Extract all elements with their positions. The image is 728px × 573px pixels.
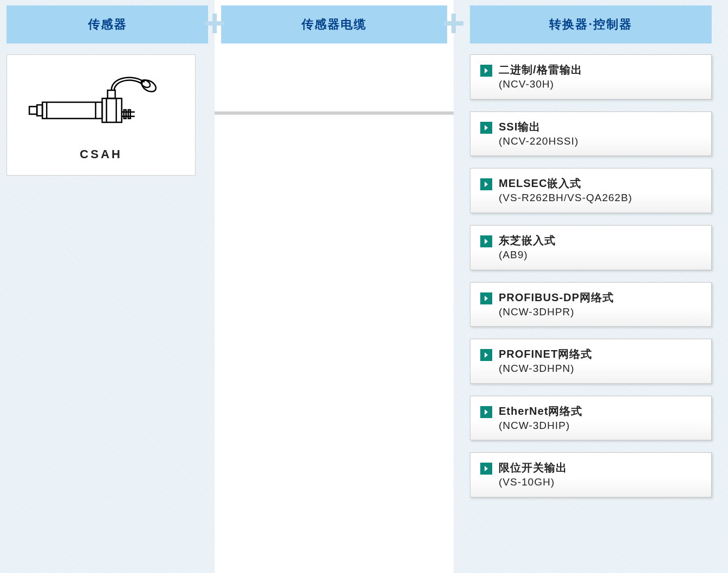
svg-rect-1 [37,105,42,116]
option-subtitle: (NCV-30H) [499,77,582,91]
controller-option[interactable]: EtherNet网络式(NCW-3DHIP) [470,396,712,441]
controller-option[interactable]: PROFIBUS-DP网络式(NCW-3DHPR) [470,282,712,327]
sensor-card: CSAH [7,54,196,176]
plus-icon [444,14,463,33]
option-text: PROFINET网络式(NCW-3DHPN) [499,347,592,376]
divider-line [215,111,454,115]
option-subtitle: (NCW-3DHIP) [499,419,582,433]
arrow-right-icon [480,122,492,134]
svg-rect-14 [128,110,130,119]
svg-rect-13 [124,110,126,119]
plus-icon [205,14,224,33]
option-subtitle: (NCW-3DHPR) [499,305,614,319]
arrow-right-icon [480,235,492,247]
option-title: MELSEC嵌入式 [499,176,632,191]
sensor-label: CSAH [15,147,187,161]
arrow-right-icon [480,292,492,304]
controller-option[interactable]: 限位开关输出(VS-10GH) [470,452,712,497]
option-subtitle: (VS-R262BH/VS-QA262B) [499,191,632,205]
arrow-right-icon [480,406,492,418]
option-title: PROFIBUS-DP网络式 [499,290,614,305]
option-subtitle: (AB9) [499,248,556,262]
svg-rect-5 [102,98,122,122]
svg-rect-2 [42,102,102,119]
controller-option[interactable]: 二进制/格雷输出(NCV-30H) [470,54,712,99]
arrow-right-icon [480,178,492,190]
controller-option[interactable]: 东芝嵌入式(AB9) [470,225,712,270]
controller-option[interactable]: PROFINET网络式(NCW-3DHPN) [470,339,712,384]
arrow-right-icon [480,65,492,77]
option-title: 二进制/格雷输出 [499,63,582,77]
cable-column: 传感器电缆 [215,0,454,573]
controller-column: 转换器·控制器 二进制/格雷输出(NCV-30H)SSI输出(NCV-220HS… [454,0,728,573]
sensor-column: 传感器 [0,0,215,573]
option-text: SSI输出(NCV-220HSSI) [499,120,579,148]
arrow-right-icon [480,463,492,475]
controller-header: 转换器·控制器 [470,5,712,43]
controller-option-list: 二进制/格雷输出(NCV-30H)SSI输出(NCV-220HSSI)MELSE… [470,54,712,497]
option-subtitle: (NCV-220HSSI) [499,134,579,148]
option-title: EtherNet网络式 [499,404,582,419]
option-title: SSI输出 [499,120,579,134]
option-text: PROFIBUS-DP网络式(NCW-3DHPR) [499,290,614,319]
controller-option[interactable]: SSI输出(NCV-220HSSI) [470,111,712,157]
sensor-header: 传感器 [7,5,208,43]
sensor-diagram-icon [25,68,177,139]
controller-option[interactable]: MELSEC嵌入式(VS-R262BH/VS-QA262B) [470,168,712,213]
option-text: 二进制/格雷输出(NCV-30H) [499,63,582,91]
layout-container: 传感器 [0,0,728,573]
option-text: EtherNet网络式(NCW-3DHIP) [499,404,582,433]
cable-header: 传感器电缆 [221,5,447,43]
option-text: 限位开关输出(VS-10GH) [499,460,567,489]
option-subtitle: (VS-10GH) [499,475,567,489]
option-title: 限位开关输出 [499,460,567,475]
svg-rect-8 [108,90,115,98]
option-subtitle: (NCW-3DHPN) [499,362,592,376]
option-title: 东芝嵌入式 [499,233,556,248]
option-text: 东芝嵌入式(AB9) [499,233,556,262]
arrow-right-icon [480,349,492,361]
sensor-image [15,66,187,142]
svg-rect-0 [29,107,37,114]
option-text: MELSEC嵌入式(VS-R262BH/VS-QA262B) [499,176,632,205]
option-title: PROFINET网络式 [499,347,592,362]
